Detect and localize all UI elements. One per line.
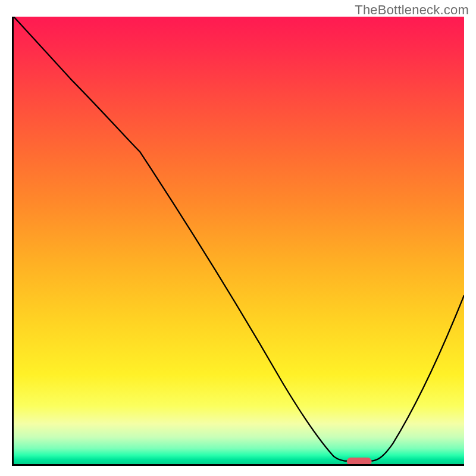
chart-canvas: TheBottleneck.com xyxy=(0,0,476,476)
watermark-text: TheBottleneck.com xyxy=(355,2,469,18)
plot-area xyxy=(12,17,464,466)
curve-layer xyxy=(14,17,464,464)
optimal-marker xyxy=(347,458,372,464)
bottleneck-curve xyxy=(14,17,464,461)
